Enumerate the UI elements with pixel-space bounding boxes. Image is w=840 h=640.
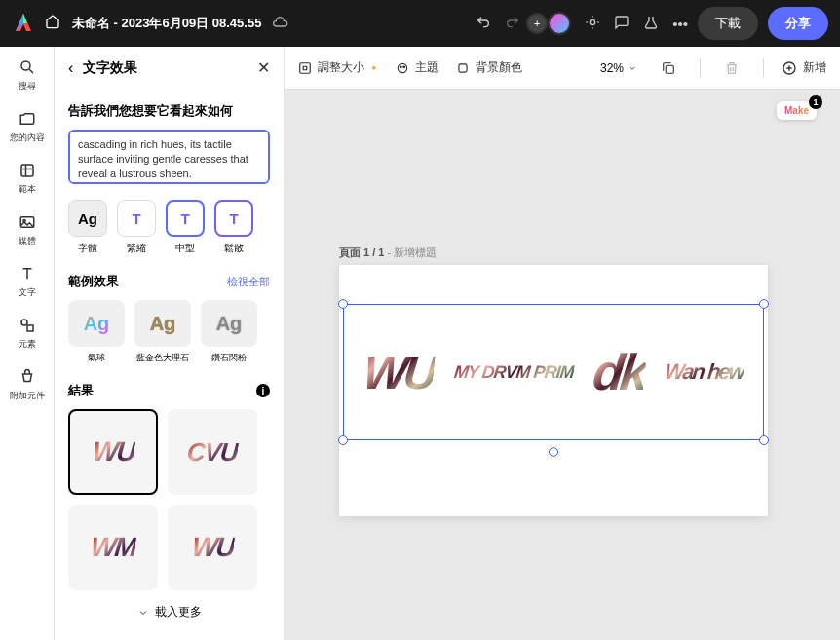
text-effect-output: WU MY DRVM PRIM dk Wan hew <box>344 305 763 439</box>
examples-row: Ag 氣球 Ag 藍金色大理石 Ag 鑽石閃粉 <box>68 300 270 364</box>
svg-point-0 <box>591 19 595 24</box>
beaker-icon[interactable] <box>643 15 659 33</box>
artboard[interactable]: WU MY DRVM PRIM dk Wan hew <box>339 265 768 516</box>
left-rail: 搜尋 您的內容 範本 媒體 文字 元素 附加元件 <box>0 47 55 640</box>
example-marble[interactable]: Ag 藍金色大理石 <box>134 300 191 364</box>
resize-handle-tr[interactable] <box>759 299 769 309</box>
resize-button[interactable]: 調整大小 ✦ <box>298 59 378 76</box>
sidebar-item-your-content[interactable]: 您的內容 <box>10 110 45 144</box>
prompt-input[interactable] <box>68 130 270 184</box>
svg-rect-12 <box>666 65 673 73</box>
svg-rect-2 <box>21 165 33 176</box>
style-medium[interactable]: T 中型 <box>166 200 205 255</box>
rotate-handle[interactable] <box>549 447 558 457</box>
share-button[interactable]: 分享 <box>768 7 828 40</box>
panel-title: 文字效果 <box>83 59 248 77</box>
svg-point-8 <box>398 63 406 72</box>
selection-box[interactable]: WU MY DRVM PRIM dk Wan hew <box>343 304 764 440</box>
app-logo-icon <box>12 12 35 35</box>
add-collaborator-icon[interactable]: + <box>526 13 548 34</box>
sidebar-item-media[interactable]: 媒體 <box>19 213 36 247</box>
example-glitter[interactable]: Ag 鑽石閃粉 <box>201 300 257 364</box>
resize-handle-br[interactable] <box>759 435 769 445</box>
examples-title: 範例效果 <box>68 273 119 290</box>
redo-button[interactable] <box>505 15 520 33</box>
svg-point-9 <box>400 65 401 67</box>
background-button[interactable]: 背景顏色 <box>456 59 522 76</box>
add-page-button[interactable]: 新增 <box>782 59 826 76</box>
comment-icon[interactable] <box>614 15 630 33</box>
theme-button[interactable]: 主題 <box>396 59 439 76</box>
svg-point-10 <box>403 65 405 67</box>
help-icon[interactable] <box>585 15 600 33</box>
sidebar-item-search[interactable]: 搜尋 <box>19 58 36 93</box>
style-tight[interactable]: T 緊縮 <box>117 200 156 255</box>
canvas-toolbar: 調整大小 ✦ 主題 背景顏色 32% 新增 <box>285 47 840 90</box>
delete-button[interactable] <box>718 55 745 82</box>
floating-action-badge[interactable]: Make <box>777 101 817 120</box>
panel-back-button[interactable]: ‹ <box>68 59 73 77</box>
results-grid: WU CVU WM WU <box>68 409 270 590</box>
panel-close-button[interactable]: ✕ <box>257 58 270 77</box>
prompt-label: 告訴我們您想要它看起來如何 <box>68 102 270 120</box>
resize-handle-bl[interactable] <box>338 435 348 445</box>
resize-handle-tl[interactable] <box>338 299 348 309</box>
result-thumb-2[interactable]: CVU <box>168 409 257 495</box>
canvas-area: 調整大小 ✦ 主題 背景顏色 32% 新增 <box>285 47 840 640</box>
chevron-down-icon <box>628 63 637 73</box>
sidebar-item-templates[interactable]: 範本 <box>19 162 36 196</box>
svg-point-1 <box>21 61 30 70</box>
sidebar-item-text[interactable]: 文字 <box>19 265 36 299</box>
home-button[interactable] <box>45 14 60 34</box>
page-indicator[interactable]: 頁面 1 / 1 - 新增標題 <box>339 245 437 260</box>
document-title[interactable]: 未命名 - 2023年6月09日 08.45.55 <box>72 15 261 32</box>
svg-rect-7 <box>300 62 311 73</box>
user-avatar-icon[interactable] <box>548 12 571 35</box>
zoom-control[interactable]: 32% <box>600 61 637 75</box>
load-more-button[interactable]: 載入更多 <box>68 590 270 628</box>
svg-rect-6 <box>27 325 33 331</box>
result-thumb-3[interactable]: WM <box>68 505 158 590</box>
result-thumb-4[interactable]: WU <box>168 505 257 590</box>
result-thumb-1[interactable]: WU <box>68 409 158 495</box>
duplicate-button[interactable] <box>655 55 682 82</box>
fit-style-row: Ag 字體 T 緊縮 T 中型 T 鬆散 <box>68 200 270 255</box>
download-button[interactable]: 下載 <box>698 7 758 40</box>
canvas-viewport[interactable]: Make 頁面 1 / 1 - 新增標題 WU MY DRVM PRIM dk … <box>285 90 840 640</box>
example-balloon[interactable]: Ag 氣球 <box>68 300 125 364</box>
top-bar: 未命名 - 2023年6月09日 08.45.55 + ••• 下載 分享 <box>0 0 840 47</box>
style-loose[interactable]: T 鬆散 <box>214 200 253 255</box>
results-title: 結果 <box>68 382 94 399</box>
more-icon[interactable]: ••• <box>672 16 688 32</box>
undo-button[interactable] <box>476 15 491 33</box>
collaborator-avatars[interactable]: + <box>534 12 571 35</box>
svg-point-5 <box>21 320 27 325</box>
chevron-down-icon <box>137 607 149 619</box>
info-icon[interactable]: i <box>256 384 270 397</box>
sidebar-item-elements[interactable]: 元素 <box>19 317 36 351</box>
text-effects-panel: ‹ 文字效果 ✕ 告訴我們您想要它看起來如何 Ag 字體 T 緊縮 T 中型 <box>55 47 285 640</box>
style-font[interactable]: Ag 字體 <box>68 200 107 255</box>
svg-rect-11 <box>459 63 467 71</box>
view-all-link[interactable]: 檢視全部 <box>227 275 270 289</box>
sidebar-item-addons[interactable]: 附加元件 <box>10 368 45 402</box>
cloud-sync-icon[interactable] <box>273 15 288 33</box>
